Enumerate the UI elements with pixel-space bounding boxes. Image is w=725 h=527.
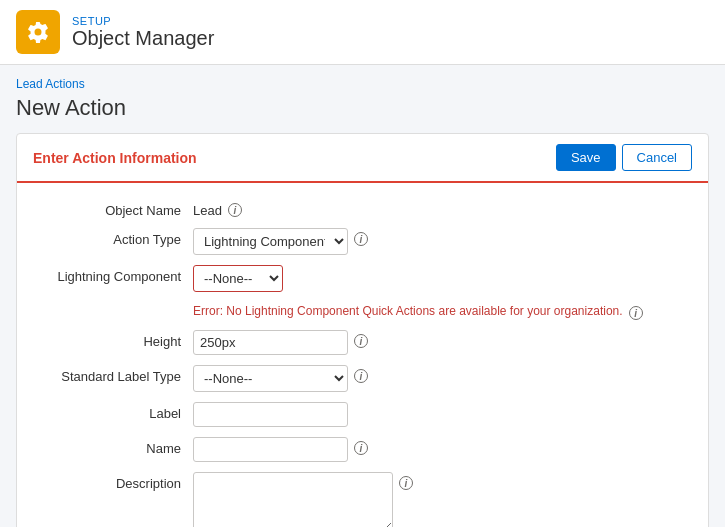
object-name-field: Lead i xyxy=(193,199,692,218)
action-type-info-icon[interactable]: i xyxy=(354,232,368,246)
name-input[interactable] xyxy=(193,437,348,462)
description-label: Description xyxy=(33,472,193,491)
lightning-component-info-icon[interactable]: i xyxy=(629,306,643,320)
height-field: 250px i xyxy=(193,330,692,355)
lightning-component-select[interactable]: --None-- xyxy=(193,265,283,292)
lightning-component-row: Lightning Component --None-- Error: No L… xyxy=(17,265,708,320)
page-header: SETUP Object Manager xyxy=(0,0,725,65)
app-icon xyxy=(16,10,60,54)
lightning-component-error-block: Error: No Lightning Component Quick Acti… xyxy=(193,302,623,318)
height-row: Height 250px i xyxy=(17,330,708,355)
standard-label-type-info-icon[interactable]: i xyxy=(354,369,368,383)
name-field: i xyxy=(193,437,692,462)
object-name-value: Lead xyxy=(193,199,222,218)
page-title: New Action xyxy=(16,95,709,121)
header-save-button[interactable]: Save xyxy=(556,144,616,171)
height-label: Height xyxy=(33,330,193,349)
standard-label-type-row: Standard Label Type --None-- New Edit De… xyxy=(17,365,708,392)
breadcrumb: Lead Actions xyxy=(16,77,709,91)
name-info-icon[interactable]: i xyxy=(354,441,368,455)
header-btn-group: Save Cancel xyxy=(556,144,692,171)
height-input[interactable]: 250px xyxy=(193,330,348,355)
section-header: Enter Action Information Save Cancel xyxy=(17,134,708,183)
object-name-info-icon[interactable]: i xyxy=(228,203,242,217)
setup-label: SETUP xyxy=(72,15,214,27)
gear-icon xyxy=(26,20,50,44)
lightning-component-error: Error: No Lightning Component Quick Acti… xyxy=(193,304,623,318)
action-type-field: Lightning Component Flow Default Workflo… xyxy=(193,228,692,255)
description-info-icon[interactable]: i xyxy=(399,476,413,490)
action-type-row: Action Type Lightning Component Flow Def… xyxy=(17,228,708,255)
form-body: Object Name Lead i Action Type Lightning… xyxy=(17,183,708,527)
label-field xyxy=(193,402,692,427)
name-label: Name xyxy=(33,437,193,456)
label-row: Label xyxy=(17,402,708,427)
lightning-component-label: Lightning Component xyxy=(33,265,193,284)
standard-label-type-select[interactable]: --None-- New Edit Delete View xyxy=(193,365,348,392)
section-title: Enter Action Information xyxy=(33,150,197,166)
header-text: SETUP Object Manager xyxy=(72,15,214,50)
app-title: Object Manager xyxy=(72,27,214,50)
name-row: Name i xyxy=(17,437,708,462)
standard-label-type-label: Standard Label Type xyxy=(33,365,193,384)
lightning-component-field: --None-- Error: No Lightning Component Q… xyxy=(193,265,692,320)
standard-label-type-field: --None-- New Edit Delete View i xyxy=(193,365,692,392)
header-cancel-button[interactable]: Cancel xyxy=(622,144,692,171)
action-type-label: Action Type xyxy=(33,228,193,247)
lightning-component-inner: --None-- xyxy=(193,265,283,292)
object-name-label: Object Name xyxy=(33,199,193,218)
description-row: Description i xyxy=(17,472,708,527)
label-input[interactable] xyxy=(193,402,348,427)
form-container: Enter Action Information Save Cancel Obj… xyxy=(16,133,709,527)
object-name-row: Object Name Lead i xyxy=(17,199,708,218)
action-type-select[interactable]: Lightning Component Flow Default Workflo… xyxy=(193,228,348,255)
description-textarea[interactable] xyxy=(193,472,393,527)
height-info-icon[interactable]: i xyxy=(354,334,368,348)
lightning-component-info-wrapper: i xyxy=(629,302,643,320)
description-field: i xyxy=(193,472,692,527)
label-label: Label xyxy=(33,402,193,421)
